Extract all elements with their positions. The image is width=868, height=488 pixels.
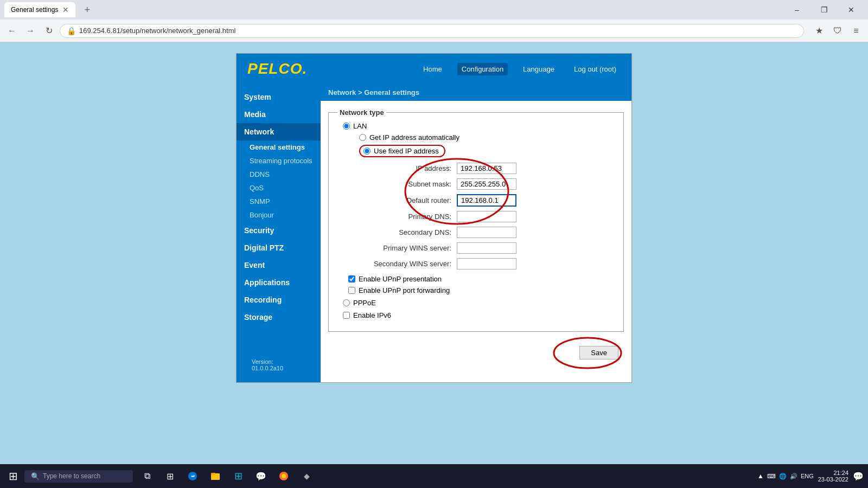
get-ip-auto-radio[interactable] <box>359 134 366 141</box>
sidebar-item-media[interactable]: Media <box>237 106 321 123</box>
secondary-wins-row: Secondary WINS server: <box>370 258 615 269</box>
tab-close-button[interactable]: ✕ <box>62 5 69 14</box>
upnp-presentation-row: Enable UPnP presentation <box>343 275 615 283</box>
bookmark-button[interactable]: ★ <box>812 23 827 38</box>
tab-title: General settings <box>11 6 58 14</box>
lang-label: ENG <box>801 473 814 479</box>
notification-icon[interactable]: 💬 <box>853 471 864 481</box>
search-icon: 🔍 <box>31 472 40 480</box>
default-router-row: Default router: 192.168.0.1 <box>370 194 615 207</box>
sidebar-sub-general-settings[interactable]: General settings <box>237 140 321 154</box>
primary-wins-input[interactable] <box>457 242 516 254</box>
sidebar-item-storage[interactable]: Storage <box>237 309 321 326</box>
upnp-forwarding-checkbox[interactable] <box>348 287 355 294</box>
file-explorer-icon[interactable] <box>206 466 225 486</box>
secondary-dns-row: Secondary DNS: <box>370 227 615 238</box>
ip-address-input[interactable]: 192.168.0.53 <box>457 163 516 174</box>
sidebar-sub-snmp[interactable]: SNMP <box>237 195 321 208</box>
use-fixed-ip-highlight: Use fixed IP address <box>359 145 445 157</box>
sidebar: System Media Network General settings St… <box>237 84 321 382</box>
ip-fields-container: IP address: 192.168.0.53 Subnet mask: 25… <box>370 163 615 269</box>
ip-address-row: IP address: 192.168.0.53 <box>370 163 615 174</box>
start-button[interactable]: ⊞ <box>4 467 22 485</box>
sidebar-sub-bonjour[interactable]: Bonjour <box>237 208 321 222</box>
subnet-mask-row: Subnet mask: 255.255.255.0 <box>370 178 615 190</box>
use-fixed-ip-radio[interactable] <box>363 147 371 155</box>
close-button[interactable]: ✕ <box>839 1 864 18</box>
taskbar-right: ▲ ⌨ 🌐 🔊 ENG 21:24 23-03-2022 💬 <box>757 470 864 483</box>
use-fixed-ip-row: Use fixed IP address <box>354 145 615 157</box>
default-router-input[interactable]: 192.168.0.1 <box>457 194 516 207</box>
main-content: PELCO. Home Configuration Language Log o… <box>0 42 868 394</box>
taskbar-search[interactable]: 🔍 Type here to search <box>24 470 133 483</box>
window-controls: – ❐ ✕ <box>784 1 864 18</box>
primary-dns-input[interactable] <box>457 211 516 222</box>
home-nav-link[interactable]: Home <box>419 63 446 75</box>
language-nav-link[interactable]: Language <box>519 63 559 75</box>
browser-tab[interactable]: General settings ✕ <box>4 2 75 17</box>
nav-actions: ★ 🛡 ≡ <box>812 23 864 38</box>
enable-ipv6-row: Enable IPv6 <box>337 311 615 319</box>
shield-button[interactable]: 🛡 <box>830 23 845 38</box>
sidebar-item-digital-ptz[interactable]: Digital PTZ <box>237 239 321 256</box>
lan-radio[interactable] <box>343 123 350 130</box>
logout-nav-link[interactable]: Log out (root) <box>570 63 621 75</box>
header-nav: Home Configuration Language Log out (roo… <box>419 63 621 75</box>
widgets-button[interactable]: ⊞ <box>160 466 180 486</box>
network-type-fieldset: Network type LAN Get IP address automati… <box>328 108 624 332</box>
primary-dns-label: Primary DNS: <box>370 213 457 221</box>
breadcrumb-section: Network <box>328 88 356 97</box>
minimize-button[interactable]: – <box>784 1 809 18</box>
new-tab-button[interactable]: + <box>80 2 94 18</box>
app-icon[interactable]: ◆ <box>297 466 316 486</box>
secondary-dns-label: Secondary DNS: <box>370 228 457 236</box>
save-button[interactable]: Save <box>579 346 618 359</box>
task-view-button[interactable]: ⧉ <box>137 466 157 486</box>
forward-button[interactable]: → <box>23 23 38 38</box>
subnet-mask-input[interactable]: 255.255.255.0 <box>457 178 516 190</box>
enable-ipv6-checkbox[interactable] <box>343 312 350 319</box>
primary-wins-label: Primary WINS server: <box>370 244 457 252</box>
sidebar-item-network[interactable]: Network <box>237 123 321 140</box>
sidebar-item-event[interactable]: Event <box>237 256 321 274</box>
sidebar-sub-streaming-protocols[interactable]: Streaming protocols <box>237 154 321 168</box>
menu-button[interactable]: ≡ <box>848 23 864 38</box>
pelco-logo: PELCO. <box>247 60 307 78</box>
secondary-dns-input[interactable] <box>457 227 516 238</box>
store-icon[interactable]: ⊞ <box>228 466 248 486</box>
pelco-header: PELCO. Home Configuration Language Log o… <box>237 54 631 84</box>
lan-label: LAN <box>353 122 367 130</box>
teams-icon[interactable]: 💬 <box>251 466 271 486</box>
secondary-wins-input[interactable] <box>457 258 516 269</box>
sidebar-item-applications[interactable]: Applications <box>237 274 321 291</box>
network-type-legend: Network type <box>337 108 386 117</box>
breadcrumb: Network > General settings <box>321 84 631 101</box>
network-icon[interactable]: 🌐 <box>779 473 787 480</box>
content-area: Network > General settings Network type … <box>321 84 631 382</box>
sidebar-sub-qos[interactable]: QoS <box>237 181 321 195</box>
edge-browser-icon[interactable] <box>183 466 202 486</box>
sidebar-item-system[interactable]: System <box>237 88 321 106</box>
taskbar-time: 21:24 23-03-2022 <box>818 470 848 483</box>
refresh-button[interactable]: ↻ <box>41 23 56 38</box>
sidebar-item-security[interactable]: Security <box>237 222 321 239</box>
sidebar-item-recording[interactable]: Recording <box>237 291 321 309</box>
sidebar-sub-ddns[interactable]: DDNS <box>237 168 321 181</box>
restore-button[interactable]: ❐ <box>812 1 837 18</box>
secondary-wins-label: Secondary WINS server: <box>370 260 457 268</box>
configuration-nav-link[interactable]: Configuration <box>457 63 508 75</box>
browser2-icon[interactable] <box>274 466 293 486</box>
taskbar: ⊞ 🔍 Type here to search ⧉ ⊞ ⊞ 💬 ◆ ▲ ⌨ 🌐 … <box>0 464 868 488</box>
app-body: System Media Network General settings St… <box>237 84 631 382</box>
subnet-mask-label: Subnet mask: <box>370 180 457 188</box>
volume-icon[interactable]: 🔊 <box>790 473 797 480</box>
upnp-presentation-label: Enable UPnP presentation <box>359 275 442 283</box>
address-bar[interactable]: 🔒 169.254.6.81/setup/network/network_gen… <box>60 24 804 38</box>
breadcrumb-page: General settings <box>364 88 419 97</box>
lock-icon: 🔒 <box>67 27 76 35</box>
pelco-app: PELCO. Home Configuration Language Log o… <box>236 53 632 383</box>
pppoe-radio[interactable] <box>343 299 350 306</box>
chevron-up-icon[interactable]: ▲ <box>757 472 764 480</box>
upnp-presentation-checkbox[interactable] <box>348 275 355 282</box>
back-button[interactable]: ← <box>4 23 20 38</box>
